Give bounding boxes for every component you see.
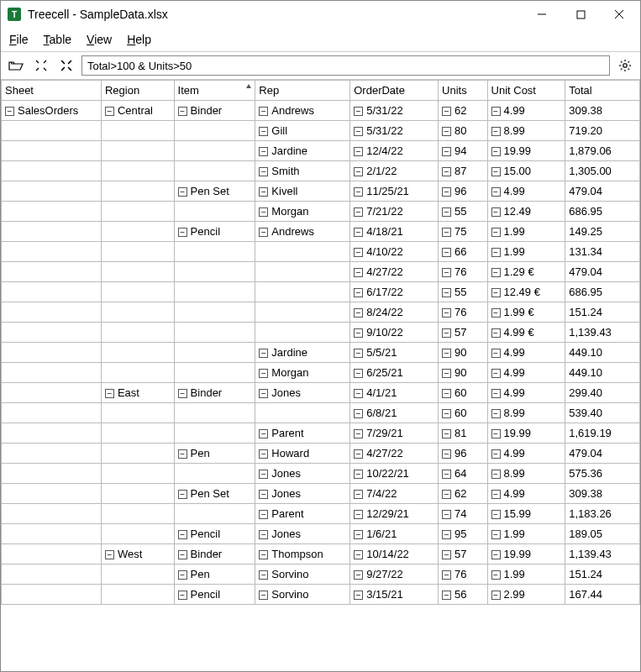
cell-units[interactable]: −74 [439,504,487,524]
cell-sheet[interactable] [2,121,102,141]
cell-unitcost[interactable]: −8.99 [487,403,565,423]
cell-unitcost[interactable]: −1.99 € [487,302,565,323]
cell-sheet[interactable] [2,323,102,343]
cell-orderdate[interactable]: −1/6/21 [350,524,439,544]
close-button[interactable] [600,2,638,27]
collapse-toggle-icon[interactable]: − [491,510,501,519]
cell-sheet[interactable] [2,564,102,585]
collapse-toggle-icon[interactable]: − [178,187,187,197]
maximize-button[interactable] [561,2,600,27]
cell-sheet[interactable] [2,282,102,302]
table-row[interactable]: −Smith−2/1/22−87−15.001,305.00 [2,161,640,181]
table-row[interactable]: −6/17/22−55−12.49 €686.95 [2,282,640,302]
collapse-toggle-icon[interactable]: − [354,389,363,398]
cell-total[interactable]: 686.95 [565,202,640,222]
cell-region[interactable] [101,302,174,323]
cell-orderdate[interactable]: −5/31/22 [350,101,439,121]
cell-item[interactable] [174,202,255,222]
cell-rep[interactable]: −Jones [255,383,350,403]
cell-rep[interactable]: −Andrews [255,222,350,242]
cell-total[interactable]: 1,879.06 [565,141,640,161]
col-rep[interactable]: Rep [255,81,350,101]
cell-total[interactable]: 449.10 [565,343,640,363]
cell-orderdate[interactable]: −3/15/21 [350,585,439,605]
cell-units[interactable]: −75 [439,222,487,242]
col-sheet[interactable]: Sheet [2,81,102,101]
cell-region[interactable] [101,202,174,222]
collapse-toggle-icon[interactable]: − [491,127,501,136]
cell-total[interactable]: 686.95 [565,282,640,302]
cell-item[interactable]: −Pen Set [174,484,255,504]
cell-rep[interactable]: −Kivell [255,181,350,202]
collapse-toggle-icon[interactable]: − [354,107,363,116]
cell-orderdate[interactable]: −10/22/21 [350,464,439,484]
cell-rep[interactable]: −Jardine [255,141,350,161]
collapse-toggle-icon[interactable]: − [491,490,501,499]
collapse-toggle-icon[interactable]: − [442,288,451,297]
table-row[interactable]: −West−Binder−Thompson−10/14/22−57−19.991… [2,544,640,564]
cell-item[interactable] [174,403,255,423]
cell-unitcost[interactable]: −12.49 [487,202,565,222]
collapse-toggle-icon[interactable]: − [259,389,268,398]
cell-sheet[interactable] [2,363,102,383]
cell-sheet[interactable] [2,464,102,484]
cell-sheet[interactable] [2,484,102,504]
collapse-toggle-icon[interactable]: − [178,389,187,398]
cell-total[interactable]: 299.40 [565,383,640,403]
col-total[interactable]: Total [565,81,640,101]
collapse-toggle-icon[interactable]: − [178,107,187,116]
table-row[interactable]: −6/8/21−60−8.99539.40 [2,403,640,423]
collapse-toggle-icon[interactable]: − [442,107,451,116]
collapse-toggle-icon[interactable]: − [259,510,268,519]
collapse-toggle-icon[interactable]: − [491,530,501,539]
cell-item[interactable] [174,504,255,524]
table-row[interactable]: −Gill−5/31/22−80−8.99719.20 [2,121,640,141]
cell-orderdate[interactable]: −5/5/21 [350,343,439,363]
cell-orderdate[interactable]: −4/18/21 [350,222,439,242]
cell-region[interactable] [101,484,174,504]
table-row[interactable]: −Parent−12/29/21−74−15.991,183.26 [2,504,640,524]
cell-region[interactable] [101,343,174,363]
collapse-toggle-icon[interactable]: − [105,107,114,116]
table-row[interactable]: −Pencil−Jones−1/6/21−95−1.99189.05 [2,524,640,544]
collapse-toggle-icon[interactable]: − [178,550,187,559]
cell-unitcost[interactable]: −19.99 [487,423,565,444]
cell-item[interactable] [174,363,255,383]
cell-units[interactable]: −55 [439,282,487,302]
cell-rep[interactable]: −Howard [255,444,350,464]
collapse-toggle-icon[interactable]: − [259,490,268,499]
cell-unitcost[interactable]: −15.99 [487,504,565,524]
collapse-toggle-icon[interactable]: − [442,449,451,459]
cell-total[interactable]: 151.24 [565,302,640,323]
cell-total[interactable]: 131.34 [565,242,640,262]
menu-table[interactable]: Table [44,33,71,46]
cell-item[interactable]: −Pencil [174,222,255,242]
collapse-toggle-icon[interactable]: − [259,349,268,358]
col-unitcost[interactable]: Unit Cost [487,81,565,101]
cell-sheet[interactable] [2,161,102,181]
cell-region[interactable] [101,585,174,605]
collapse-toggle-icon[interactable]: − [442,429,451,438]
cell-unitcost[interactable]: −4.99 [487,383,565,403]
cell-sheet[interactable] [2,403,102,423]
collapse-toggle-icon[interactable]: − [354,409,363,418]
cell-item[interactable]: −Pen Set [174,181,255,202]
cell-rep[interactable] [255,323,350,343]
cell-item[interactable] [174,161,255,181]
cell-orderdate[interactable]: −7/21/22 [350,202,439,222]
cell-unitcost[interactable]: −4.99 [487,444,565,464]
cell-region[interactable] [101,262,174,282]
collapse-toggle-icon[interactable]: − [178,570,187,580]
collapse-toggle-icon[interactable]: − [259,470,268,479]
cell-rep[interactable]: −Jones [255,484,350,504]
cell-total[interactable]: 309.38 [565,101,640,121]
cell-total[interactable]: 1,619.19 [565,423,640,444]
cell-units[interactable]: −76 [439,564,487,585]
cell-total[interactable]: 1,305.00 [565,161,640,181]
cell-region[interactable] [101,323,174,343]
cell-units[interactable]: −60 [439,383,487,403]
cell-rep[interactable]: −Morgan [255,363,350,383]
cell-region[interactable] [101,141,174,161]
cell-unitcost[interactable]: −4.99 [487,181,565,202]
cell-units[interactable]: −57 [439,544,487,564]
